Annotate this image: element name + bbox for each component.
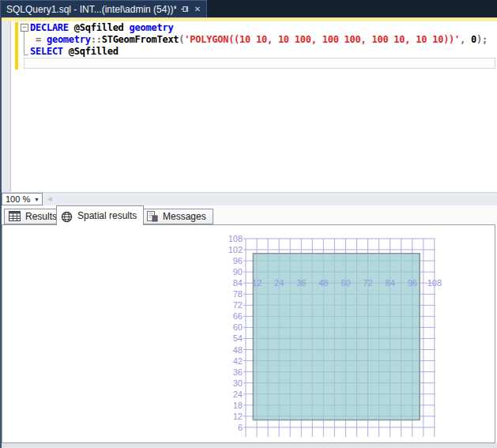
svg-text:96: 96 [408,278,417,288]
document-tab-title: SQLQuery1.sql - INT...(intel\admin (54))… [6,4,176,15]
svg-text:12: 12 [233,412,243,421]
svg-text:108: 108 [427,278,442,288]
tab-spatial-results[interactable]: Spatial results [56,205,144,225]
code-line: = geometry::STGeomFromText('POLYGON((10 … [30,34,488,46]
fold-collapse-icon[interactable]: − [21,24,28,32]
svg-text:18: 18 [233,401,243,410]
zoom-level-combo[interactable]: 100 % ▼ [2,193,43,205]
svg-text:24: 24 [233,390,243,399]
globe-icon [61,210,73,221]
scroll-left-icon[interactable]: ◄ [46,194,54,203]
svg-text:36: 36 [233,367,243,377]
fold-guide-corner [24,55,28,55]
zoom-level-value: 100 % [2,194,32,204]
svg-text:60: 60 [341,278,350,288]
editor-scrollbar-row[interactable]: 100 % ▼ ◄ [0,192,497,205]
svg-text:54: 54 [233,333,243,343]
document-tab-sqlquery1[interactable]: SQLQuery1.sql - INT...(intel\admin (54))… [0,0,207,17]
editor-indicator-margin [2,21,11,192]
svg-text:90: 90 [233,267,243,277]
spatial-results-panel[interactable]: 1081029690847872666054484236302418126122… [2,224,495,443]
results-grid-icon [9,211,21,222]
code-line: DECLARE @Sqfilled geometry [30,22,488,34]
tab-spatial-results-label: Spatial results [77,210,137,221]
tab-messages[interactable]: Messages [141,209,213,224]
svg-text:66: 66 [233,311,243,321]
pin-icon[interactable] [179,4,190,15]
svg-text:78: 78 [233,289,243,299]
svg-text:60: 60 [233,322,243,332]
ssms-window: SQLQuery1.sql - INT...(intel\admin (54))… [0,0,497,448]
svg-text:48: 48 [233,345,243,355]
svg-text:6: 6 [238,423,243,432]
svg-text:48: 48 [318,278,328,288]
results-tab-bar: Results Spatial results Mes [0,205,497,224]
svg-text:72: 72 [233,300,243,310]
close-icon[interactable]: ✕ [192,4,203,15]
svg-text:84: 84 [233,278,243,288]
svg-text:36: 36 [296,278,306,288]
code-line [30,58,488,70]
svg-text:84: 84 [386,278,395,288]
document-tab-strip: SQLQuery1.sql - INT...(intel\admin (54))… [0,0,497,17]
svg-text:30: 30 [233,378,243,388]
window-left-border [0,17,2,448]
svg-text:102: 102 [228,245,243,254]
tab-messages-label: Messages [163,211,206,222]
code-lines[interactable]: DECLARE @Sqfilled geometry = geometry::S… [30,22,488,70]
spatial-chart: 1081029690847872666054484236302418126122… [2,225,495,442]
code-line: SELECT @Sqfilled [30,46,488,58]
svg-text:12: 12 [252,278,262,288]
tab-results-label: Results [25,211,57,222]
window-bottom-strip [0,443,497,448]
svg-text:108: 108 [228,234,243,243]
svg-text:42: 42 [233,356,243,366]
tab-results[interactable]: Results [4,209,64,224]
change-tracking-bar [15,22,18,70]
svg-text:24: 24 [274,278,284,288]
fold-guide-line [24,32,24,55]
svg-text:72: 72 [363,278,372,288]
svg-text:96: 96 [233,256,243,265]
messages-icon [146,211,159,222]
sql-editor[interactable]: − DECLARE @Sqfilled geometry = geometry:… [0,21,497,192]
chevron-down-icon[interactable]: ▼ [32,197,42,202]
